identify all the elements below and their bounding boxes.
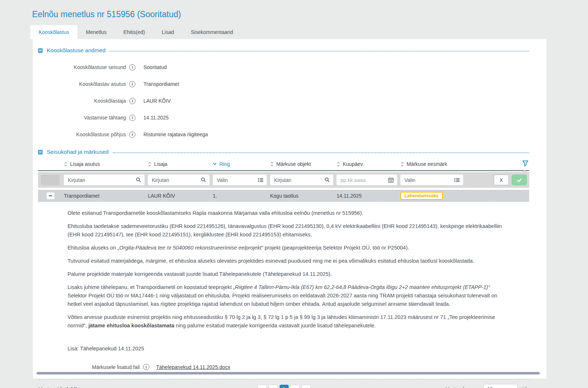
- info-icon[interactable]: i: [129, 64, 135, 71]
- page-size-control: Vaatan korraga 10 rida: [311, 384, 530, 388]
- pagination-page-1-button[interactable]: 1: [280, 385, 289, 388]
- field-row: Kooskõlastuse põhjus i Ristumine rajatav…: [38, 126, 529, 143]
- filter-select-markuse-eesmark[interactable]: [404, 177, 454, 183]
- rows-info: Vaatan ridu 1-1/1: [39, 386, 258, 388]
- field-value: Sooritatud: [143, 64, 167, 70]
- column-header-markuse-objekt[interactable]: Märkuse objekt: [270, 161, 337, 167]
- section-remarks-header: Seisukohad ja märkused: [38, 147, 529, 158]
- comment-paragraph: Lisaks juhime tähelepanu, et Transpordia…: [68, 283, 504, 308]
- filter-disabled-cell: [41, 175, 59, 185]
- column-label: Ring: [219, 161, 230, 167]
- search-icon[interactable]: [136, 177, 141, 183]
- tab-ehitised[interactable]: Ehitis(ed): [115, 25, 153, 39]
- field-row: Kooskõlastuse seisund i Sooritatud: [38, 59, 529, 76]
- filter-date-input[interactable]: [340, 177, 388, 183]
- table-header-row: Lisaja asutus Lisaja Ring Märkuse objekt…: [38, 158, 529, 171]
- column-label: Kuupäev: [343, 161, 363, 167]
- field-label: Kooskõlastuse põhjus: [38, 132, 126, 137]
- pagination-prev-button[interactable]: ‹: [269, 385, 278, 388]
- page-size-value: 10: [487, 386, 510, 388]
- filter-markuse-objekt: [270, 175, 333, 185]
- list-icon[interactable]: [454, 178, 460, 183]
- info-icon[interactable]: i: [129, 81, 135, 87]
- field-row: Vastamise tähtaeg i 14.11.2025: [38, 109, 529, 126]
- tab-bar: Kooskõlastus Menetlus Ehitis(ed) Lisad S…: [30, 25, 588, 39]
- filter-lisaja: [148, 175, 210, 185]
- search-icon[interactable]: [324, 177, 330, 183]
- cell-lisaja: LAUR KÕIV: [148, 193, 213, 199]
- sort-desc-icon: [213, 163, 217, 166]
- tab-menetlus[interactable]: Menetlus: [77, 25, 115, 39]
- calendar-icon[interactable]: [388, 177, 394, 183]
- filter-lisaja-asutus: [64, 175, 145, 185]
- info-icon[interactable]: i: [129, 132, 135, 138]
- filter-row: X: [38, 172, 529, 188]
- collapse-minus-icon[interactable]: [38, 48, 43, 53]
- info-icon[interactable]: i: [129, 98, 135, 104]
- pagination-first-button[interactable]: |«: [258, 385, 267, 388]
- section-details-header: Kooskõlastuse andmed: [38, 41, 529, 57]
- section-details-title: Kooskõlastuse andmed: [47, 47, 105, 54]
- info-icon[interactable]: i: [143, 364, 149, 370]
- page-size-select[interactable]: 10: [484, 384, 518, 388]
- field-row: Kooskõlastav asutus i Transpordiamet: [38, 76, 529, 92]
- filter-input-markuse-objekt[interactable]: [273, 177, 324, 183]
- sort-icon: [148, 161, 151, 167]
- info-icon[interactable]: i: [129, 115, 135, 121]
- remark-comment: Olete esitanud Transpordiametile kooskõl…: [38, 202, 529, 353]
- comment-paragraph: Ehitusloa aluseks on „Orgita-Päädeva tee…: [68, 244, 504, 252]
- column-label: Märkuse eesmärk: [407, 161, 447, 167]
- comment-paragraph: Tutvunud esitatud materjalidega, märgime…: [68, 257, 504, 265]
- field-label: Vastamise tähtaeg: [38, 115, 126, 121]
- filter-kuupaev: [337, 175, 397, 185]
- comment-paragraph: Palume projektide materjale korrigeerida…: [68, 270, 504, 278]
- pagination: |« ‹ 1 › »|: [258, 385, 311, 388]
- clear-filters-button[interactable]: X: [494, 175, 509, 185]
- column-header-kuupaev[interactable]: Kuupäev: [337, 161, 400, 167]
- horizontal-scrollbar[interactable]: [36, 372, 540, 374]
- field-value: Ristumine rajatava riigiteega: [143, 132, 208, 137]
- column-label: Lisaja: [154, 161, 168, 167]
- column-label: Lisaja asutus: [70, 161, 100, 167]
- tab-lisad[interactable]: Lisad: [153, 25, 182, 39]
- dotted-leader: [109, 51, 529, 52]
- cell-markuse-objekt: Kogu taotlus: [270, 193, 337, 199]
- apply-filters-button[interactable]: [512, 175, 527, 185]
- field-label: Kooskõlastav asutus: [38, 81, 126, 87]
- details-fields: Kooskõlastuse seisund i Sooritatud Koosk…: [38, 57, 529, 147]
- table-row: Transpordiamet LAUR KÕIV 1. Kogu taotlus…: [38, 190, 529, 202]
- pagination-last-button[interactable]: »|: [301, 385, 311, 388]
- comment-paragraph: Ehitusluba taotletakse sademeveetorustik…: [68, 222, 504, 239]
- page-size-label: Vaatan korraga: [446, 386, 480, 388]
- row-collapse-button[interactable]: [47, 193, 54, 199]
- column-header-ring[interactable]: Ring: [213, 161, 270, 167]
- attachment-file-link[interactable]: Tähelepanekud 14.11.2025.docx: [156, 364, 230, 370]
- column-header-lisaja-asutus[interactable]: Lisaja asutus: [64, 161, 148, 167]
- filter-input-lisaja[interactable]: [151, 177, 201, 183]
- search-icon[interactable]: [201, 177, 206, 183]
- sort-icon: [270, 161, 274, 167]
- pagination-next-button[interactable]: ›: [291, 385, 300, 388]
- field-label: Kooskõlastaja: [38, 98, 126, 104]
- filter-funnel-icon[interactable]: [522, 160, 529, 168]
- filter-ring: [213, 175, 267, 185]
- section-remarks-title: Seisukohad ja märkused: [47, 149, 109, 155]
- column-header-markuse-eesmark[interactable]: Märkuse eesmärk: [400, 161, 529, 167]
- comment-paragraph: Olete esitanud Transpordiametile kooskõl…: [68, 209, 504, 217]
- column-header-lisaja[interactable]: Lisaja: [148, 161, 213, 167]
- attachment-label: Märkusele lisatud fail: [92, 364, 140, 370]
- field-value: Transpordiamet: [143, 81, 179, 87]
- status-badge: Lahendamiseks: [400, 192, 443, 200]
- tab-kooskolastus[interactable]: Kooskõlastus: [30, 25, 77, 39]
- cell-lisaja-asutus: Transpordiamet: [64, 193, 148, 199]
- attachment-row: Märkusele lisatud fail i Tähelepanekud 1…: [92, 364, 529, 370]
- collapse-minus-icon[interactable]: [38, 150, 43, 155]
- cell-kuupaev: 14.11.2025: [337, 193, 400, 199]
- tab-sisekommentaarid[interactable]: Sisekommentaarid: [182, 25, 242, 39]
- filter-input-lisaja-asutus[interactable]: [67, 177, 136, 183]
- field-value: LAUR KÕIV: [143, 98, 171, 104]
- page-size-suffix: rida: [521, 386, 529, 388]
- list-icon[interactable]: [258, 178, 264, 183]
- filter-select-ring[interactable]: [216, 177, 258, 183]
- content-panel: Kooskõlastuse andmed Kooskõlastuse seisu…: [33, 39, 546, 379]
